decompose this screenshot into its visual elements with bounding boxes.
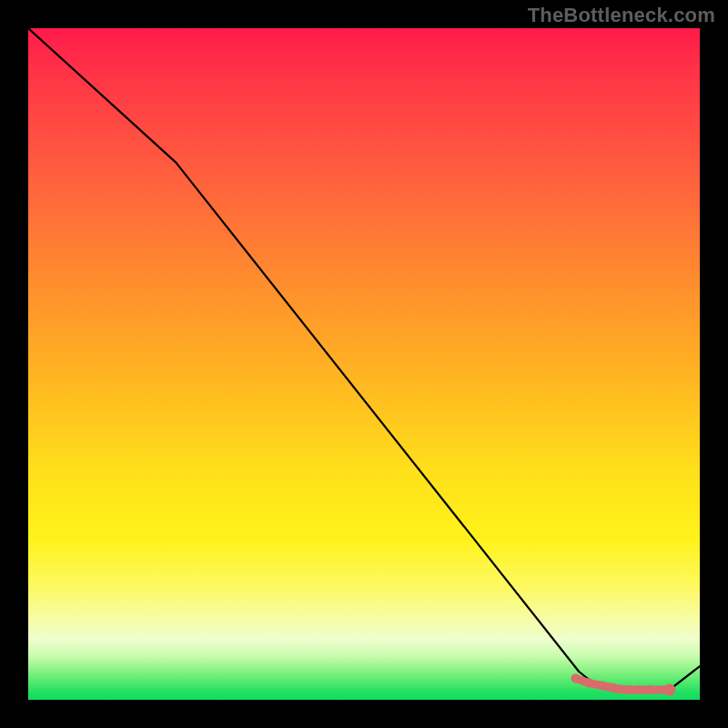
chart-marker-dot	[635, 685, 644, 694]
chart-svg	[28, 28, 700, 700]
chart-plot-area	[28, 28, 700, 700]
chart-marker-dot	[571, 673, 580, 682]
chart-marker-endpoint	[663, 683, 675, 695]
chart-main-line	[28, 28, 700, 690]
chart-marker-dot	[614, 684, 623, 693]
chart-marker-dot	[584, 679, 593, 688]
chart-marker-dot	[645, 685, 654, 694]
chart-marker-dot	[625, 685, 634, 694]
chart-marker-dot	[598, 682, 607, 691]
watermark-text: TheBottleneck.com	[528, 4, 715, 27]
